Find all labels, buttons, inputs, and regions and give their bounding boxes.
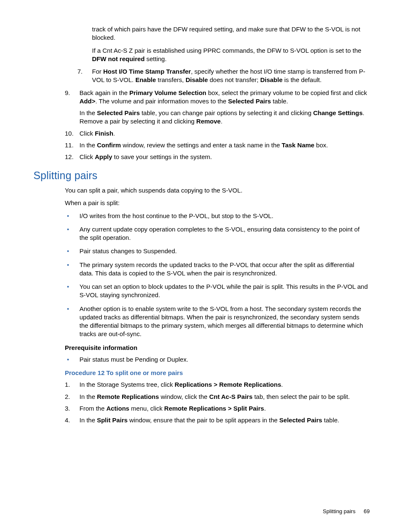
bold-text: Replications > Remote Replications <box>175 381 281 388</box>
split-bullet: You can set an option to block updates t… <box>65 283 370 300</box>
text: . <box>221 118 223 125</box>
bold-text: Cnt Ac-S Pairs <box>209 393 253 400</box>
bold-text: Selected Pairs <box>228 98 271 105</box>
bold-text: Primary Volume Selection <box>129 89 206 96</box>
step-9: Back again in the Primary Volume Selecti… <box>65 89 370 126</box>
bold-text: Task Name <box>282 141 315 149</box>
text: table. <box>271 98 288 105</box>
bold-text: DFW not required <box>92 55 145 62</box>
continuation-paragraph-2: If a Cnt Ac-S Z pair is established usin… <box>92 46 370 64</box>
bold-text: Host I/O Time Stamp Transfer <box>103 68 191 75</box>
prerequisite-heading: Prerequisite information <box>65 344 370 352</box>
bold-text: Remove <box>196 118 220 125</box>
text: window, ensure that the pair to be split… <box>128 416 279 424</box>
bold-text: Change Settings <box>313 109 363 116</box>
text: window, review the settings and enter a … <box>121 141 281 149</box>
text: transfers, <box>156 76 186 83</box>
prereq-bullet: Pair status must be Pending or Duplex. <box>65 355 370 364</box>
split-bullet: Another option is to enable system write… <box>65 305 370 339</box>
substep-7: For Host I/O Time Stamp Transfer, specif… <box>77 67 370 85</box>
text: Click <box>79 153 95 160</box>
text: to save your settings in the system. <box>112 153 212 160</box>
bold-text: Actions <box>106 405 129 412</box>
text: If a Cnt Ac-S Z pair is established usin… <box>92 47 361 54</box>
split-bullet: I/O writes from the host continue to the… <box>65 212 370 220</box>
text: . <box>113 130 115 137</box>
section-heading-splitting-pairs: Splitting pairs <box>33 169 370 183</box>
text: Back again in the <box>79 89 129 96</box>
split-bullet: Pair status changes to Suspended. <box>65 247 370 255</box>
step-12: Click Apply to save your settings in the… <box>65 153 370 161</box>
bold-text: Add> <box>79 98 95 105</box>
bold-text: Split Pairs <box>97 416 128 424</box>
text: From the <box>79 405 106 412</box>
proc-step-1: In the Storage Systems tree, click Repli… <box>65 380 370 389</box>
split-bullet: The primary system records the updated t… <box>65 261 370 278</box>
bold-text: Disable <box>260 76 282 83</box>
bold-text: Finish <box>95 130 113 137</box>
continuation-paragraph-1: track of which pairs have the DFW requir… <box>92 25 370 42</box>
proc-step-3: From the Actions menu, click Remote Repl… <box>65 404 370 413</box>
proc-step-4: In the Split Pairs window, ensure that t… <box>65 416 370 424</box>
text: box, select the primary volume to be cop… <box>206 89 367 96</box>
bold-text: Remote Replications <box>97 393 159 400</box>
text: In the <box>79 141 97 149</box>
text: window, click the <box>159 393 209 400</box>
text: In the Storage Systems tree, click <box>79 381 175 388</box>
bold-text: Enable <box>136 76 156 83</box>
text: In the <box>79 109 97 116</box>
split-paragraph-1: You can split a pair, which suspends dat… <box>65 186 370 195</box>
bold-text: Apply <box>95 153 113 160</box>
text: box. <box>315 141 328 149</box>
bold-text: Disable <box>186 76 208 83</box>
text: is the default. <box>283 76 322 83</box>
bold-text: Selected Pairs <box>97 109 140 116</box>
procedure-heading: Procedure 12 To split one or more pairs <box>65 369 370 377</box>
text: For <box>92 68 103 75</box>
split-paragraph-2: When a pair is split: <box>65 199 370 207</box>
text: In the <box>79 416 97 424</box>
text: menu, click <box>129 405 164 412</box>
text: . <box>264 405 266 412</box>
text: Click <box>79 130 95 137</box>
text: table. <box>322 416 339 424</box>
step-11: In the Confirm window, review the settin… <box>65 141 370 149</box>
bold-text: Confirm <box>97 141 121 149</box>
proc-step-2: In the Remote Replications window, click… <box>65 393 370 401</box>
text: table, you can change pair options by se… <box>140 109 313 116</box>
text: does not transfer; <box>208 76 260 83</box>
split-bullet: Any current update copy operation comple… <box>65 225 370 242</box>
text: . The volume and pair information moves … <box>95 98 228 105</box>
bold-text: Selected Pairs <box>279 416 322 424</box>
text: tab, then select the pair to be split. <box>253 393 350 400</box>
bold-text: Remote Replications > Split Pairs <box>164 405 264 412</box>
text: . <box>281 381 283 388</box>
step-10: Click Finish. <box>65 129 370 138</box>
text: In the <box>79 393 97 400</box>
text: setting. <box>145 55 167 62</box>
